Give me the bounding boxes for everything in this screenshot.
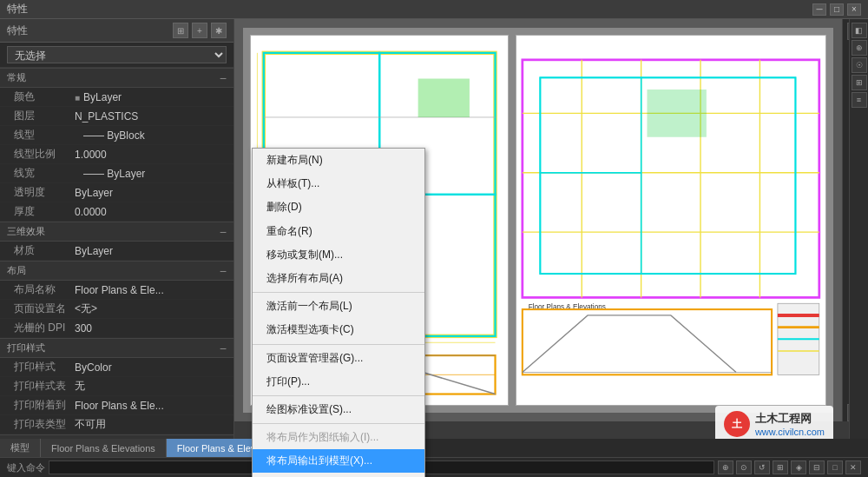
bottom-icon-settings[interactable]: ✕ bbox=[845, 460, 861, 474]
title-text: 特性 bbox=[7, 2, 28, 17]
bottom-icon-zoom[interactable]: ⊙ bbox=[736, 460, 752, 474]
tool-2[interactable]: ⊕ bbox=[852, 40, 867, 56]
prop-linetype-label: 线型 bbox=[14, 128, 75, 142]
section-layout-label: 布局 bbox=[7, 264, 26, 277]
logo-url: www.civilcn.com bbox=[755, 427, 825, 437]
prop-icon-1[interactable]: ⊞ bbox=[173, 23, 188, 38]
menu-divider-4 bbox=[253, 423, 424, 424]
bottom-icon-search[interactable]: ⊕ bbox=[718, 460, 733, 474]
menu-select-all[interactable]: 选择所有布局(A) bbox=[253, 267, 424, 290]
prop-header-icons: ⊞ + ✱ bbox=[173, 23, 227, 38]
tab-floor-plans-1[interactable]: Floor Plans & Elevations bbox=[41, 439, 167, 457]
tool-5[interactable]: ≡ bbox=[852, 92, 867, 108]
logo-watermark: 土 土木工程网 www.civilcn.com bbox=[715, 406, 833, 442]
prop-layer-value: N_PLASTICS bbox=[75, 110, 227, 123]
prop-dpi: 光栅的 DPI 300 bbox=[0, 319, 233, 338]
prop-layout-name-value: Floor Plans & Ele... bbox=[75, 284, 227, 296]
prop-icon-3[interactable]: ✱ bbox=[211, 23, 227, 38]
section-layout: 布局 − bbox=[0, 261, 233, 281]
prop-layout-name: 布局名称 Floor Plans & Ele... bbox=[0, 281, 233, 300]
menu-divider-1 bbox=[253, 292, 424, 293]
section-general-collapse[interactable]: − bbox=[220, 72, 227, 84]
svg-rect-24 bbox=[541, 173, 641, 274]
logo-content: 土木工程网 www.civilcn.com bbox=[755, 411, 825, 437]
prop-layer-label: 图层 bbox=[14, 109, 75, 123]
section-print-style-label: 打印样式 bbox=[7, 341, 45, 354]
title-bar: 特性 ─ □ × bbox=[0, 0, 868, 19]
prop-dpi-value: 300 bbox=[75, 322, 227, 335]
menu-print[interactable]: 打印(P)... bbox=[253, 370, 424, 394]
minimize-button[interactable]: ─ bbox=[812, 3, 826, 16]
tool-3[interactable]: ☉ bbox=[852, 57, 867, 73]
prop-material-value: ByLayer bbox=[75, 245, 227, 257]
prop-print-type-label: 打印表类型 bbox=[14, 417, 75, 432]
prop-transparency: 透明度 ByLayer bbox=[0, 183, 233, 202]
prop-icon-2[interactable]: + bbox=[192, 23, 207, 38]
prop-panel-header: 特性 ⊞ + ✱ bbox=[0, 19, 233, 43]
logo-text: 土木工程网 bbox=[755, 411, 825, 427]
prop-linewidth-label: 线宽 bbox=[14, 166, 75, 181]
bottom-icon-grid[interactable]: ⊞ bbox=[773, 460, 788, 474]
prop-color-value: ByLayer bbox=[75, 91, 227, 103]
menu-move-copy[interactable]: 移动或复制(M)... bbox=[253, 243, 424, 267]
maximize-button[interactable]: □ bbox=[830, 3, 844, 16]
tool-4[interactable]: ⊞ bbox=[852, 75, 867, 90]
prop-page-setup-name: 页面设置名 <无> bbox=[0, 300, 233, 319]
menu-activate-prev[interactable]: 激活前一个布局(L) bbox=[253, 295, 424, 318]
section-general-label: 常规 bbox=[7, 71, 26, 84]
properties-panel: 特性 ⊞ + ✱ 无选择 常规 − 颜色 ByLayer 图层 N_PLASTI… bbox=[0, 19, 234, 439]
menu-rename[interactable]: 重命名(R) bbox=[253, 220, 424, 243]
prop-linetype-scale-value: 1.0000 bbox=[75, 149, 227, 161]
title-controls: ─ □ × bbox=[812, 3, 861, 16]
prop-transparency-label: 透明度 bbox=[14, 185, 75, 200]
svg-rect-26 bbox=[648, 89, 707, 137]
menu-activate-model[interactable]: 激活模型选项卡(C) bbox=[253, 318, 424, 341]
prop-print-style-table-value: 无 bbox=[75, 379, 227, 394]
bottom-icon-snap[interactable]: ◈ bbox=[791, 460, 806, 474]
menu-from-template[interactable]: 从样板(T)... bbox=[253, 172, 424, 195]
section-3d-label: 三维效果 bbox=[7, 225, 45, 238]
section-3d-collapse[interactable]: − bbox=[220, 226, 227, 238]
tab-model-label: 模型 bbox=[10, 441, 30, 454]
svg-rect-10 bbox=[418, 79, 470, 117]
blueprint-sheet-2: Floor Plans & Elevations bbox=[516, 35, 826, 406]
tab-bar: 模型 Floor Plans & Elevations Floor Plans … bbox=[0, 439, 868, 458]
bottom-icon-3d[interactable]: □ bbox=[827, 460, 843, 474]
tab-floor-plans-1-label: Floor Plans & Elevations bbox=[51, 443, 155, 454]
prop-print-style: 打印样式 ByColor bbox=[0, 358, 233, 377]
prop-page-setup-label: 页面设置名 bbox=[14, 301, 75, 316]
prop-print-type: 打印表类型 不可用 bbox=[0, 415, 233, 434]
bottom-icon-ortho[interactable]: ⊟ bbox=[809, 460, 825, 474]
section-layout-collapse[interactable]: − bbox=[220, 265, 227, 277]
menu-import-block[interactable]: 将布局作为图纸输入(I)... bbox=[253, 426, 424, 449]
svg-rect-33 bbox=[523, 309, 772, 374]
tool-1[interactable]: ◧ bbox=[852, 23, 867, 38]
bottom-icon-rotate[interactable]: ↺ bbox=[754, 460, 770, 474]
selection-dropdown[interactable]: 无选择 bbox=[7, 46, 227, 63]
menu-delete[interactable]: 删除(D) bbox=[253, 195, 424, 219]
prop-linewidth: 线宽 —— ByLayer bbox=[0, 164, 233, 183]
menu-page-setup[interactable]: 页面设置管理器(G)... bbox=[253, 347, 424, 370]
prop-material-label: 材质 bbox=[14, 243, 75, 258]
bottom-icons: ⊕ ⊙ ↺ ⊞ ◈ ⊟ □ ✕ bbox=[718, 460, 861, 474]
selection-dropdown-row: 无选择 bbox=[0, 43, 233, 68]
prop-linetype-scale: 线型比例 1.0000 bbox=[0, 145, 233, 164]
prop-print-attach-label: 打印附着到 bbox=[14, 398, 75, 413]
tab-model[interactable]: 模型 bbox=[0, 439, 41, 457]
section-print-style-collapse[interactable]: − bbox=[220, 342, 227, 354]
prop-page-setup-value: <无> bbox=[75, 301, 227, 316]
menu-drawing-standards[interactable]: 绘图标准设置(S)... bbox=[253, 398, 424, 421]
bottom-bar: 键入命令 ⊕ ⊙ ↺ ⊞ ◈ ⊟ □ ✕ bbox=[0, 458, 868, 477]
menu-new-layout[interactable]: 新建布局(N) bbox=[253, 149, 424, 172]
prop-panel-title: 特性 bbox=[7, 23, 28, 38]
menu-dock-status[interactable]: 在状态栏上方固定 bbox=[253, 473, 424, 477]
section-print-style: 打印样式 − bbox=[0, 338, 233, 358]
prop-transparency-value: ByLayer bbox=[75, 187, 227, 199]
svg-rect-23 bbox=[541, 77, 641, 172]
menu-export-to-model[interactable]: 将布局输出到模型(X)... bbox=[253, 449, 424, 473]
prop-linetype: 线型 —— ByBlock bbox=[0, 126, 233, 145]
close-button[interactable]: × bbox=[847, 3, 861, 16]
section-general: 常规 − bbox=[0, 68, 233, 88]
prop-print-type-value: 不可用 bbox=[75, 417, 227, 432]
logo-icon: 土 bbox=[724, 411, 750, 437]
